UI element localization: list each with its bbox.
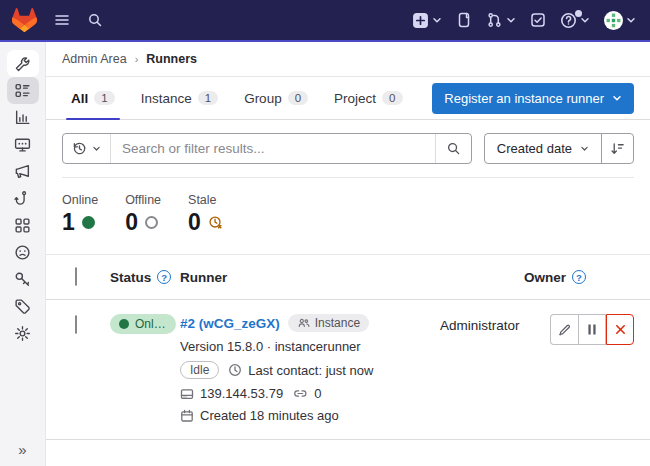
runner-stats: Online 1 Offline 0 Stale 0 — [62, 177, 634, 254]
tabs-row: All 1 Instance 1 Group 0 Project 0 Regis… — [46, 77, 650, 120]
owner-link[interactable]: Administrator — [440, 318, 520, 333]
status-column-header: Status — [110, 270, 151, 285]
bar-chart-icon — [14, 109, 31, 126]
runner-created-text: Created 18 minutes ago — [200, 408, 339, 423]
sidebar-item-analytics[interactable] — [7, 104, 39, 131]
sidebar-item-admin-area[interactable] — [7, 50, 39, 77]
tanuki-icon — [12, 8, 37, 32]
sort-by-label: Created date — [497, 141, 572, 156]
top-navbar — [0, 0, 650, 42]
gitlab-logo[interactable] — [12, 8, 37, 32]
megaphone-icon — [14, 163, 31, 180]
tab-label: Instance — [141, 91, 192, 106]
overview-icon — [14, 82, 31, 99]
runner-link[interactable]: #2 (wCG_zeGX) — [180, 316, 280, 331]
select-all-checkbox[interactable] — [75, 267, 77, 286]
sort-by-dropdown[interactable]: Created date — [485, 134, 601, 163]
tab-label: Project — [334, 91, 376, 106]
runners-table-header: Status ? Runner Owner ? — [46, 254, 650, 300]
todos-button[interactable] — [530, 12, 546, 28]
user-avatar-button[interactable] — [604, 11, 636, 30]
owner-help-icon[interactable]: ? — [572, 270, 586, 284]
stat-label: Online — [62, 193, 98, 207]
stat-offline: Offline 0 — [125, 193, 161, 234]
owner-column-header: Owner — [524, 270, 566, 285]
chevron-down-icon — [580, 145, 589, 152]
search-icon — [446, 141, 461, 156]
issues-button[interactable] — [456, 12, 472, 28]
online-dot-icon — [119, 319, 129, 329]
task-done-icon — [530, 12, 546, 28]
row-checkbox[interactable] — [75, 315, 77, 334]
new-menu-button[interactable] — [412, 12, 442, 29]
sidebar-item-overview[interactable] — [7, 77, 39, 104]
tab-all[interactable]: All 1 — [62, 77, 124, 119]
chevron-down-icon — [506, 16, 516, 24]
search-submit-button[interactable] — [435, 134, 471, 163]
search-input[interactable] — [111, 134, 435, 163]
avatar — [604, 11, 623, 30]
tab-project[interactable]: Project 0 — [325, 77, 411, 119]
sort-descending-icon — [610, 141, 625, 156]
gear-icon — [14, 325, 31, 342]
stat-online: Online 1 — [62, 193, 98, 234]
status-offline-icon — [145, 216, 158, 229]
help-button[interactable] — [560, 12, 590, 29]
register-instance-runner-button[interactable]: Register an instance runner — [432, 83, 634, 114]
breadcrumb: Admin Area › Runners — [46, 42, 650, 77]
chevron-right-icon: › — [135, 53, 139, 65]
tab-count-badge: 1 — [198, 91, 218, 105]
sidebar-item-settings[interactable] — [7, 320, 39, 347]
delete-runner-button[interactable] — [606, 314, 634, 345]
chevron-down-icon — [432, 16, 442, 24]
runner-version-text: Version 15.8.0 · instancerunner — [180, 339, 361, 354]
sidebar-item-applications[interactable] — [7, 212, 39, 239]
tab-label: All — [71, 91, 88, 106]
register-button-label: Register an instance runner — [444, 91, 604, 106]
last-contact-text: Last contact: just now — [248, 363, 373, 378]
idle-badge: Idle — [180, 361, 219, 379]
chevron-double-right-icon: » — [18, 441, 26, 458]
stat-label: Offline — [125, 193, 161, 207]
sidebar-item-abuse-reports[interactable] — [7, 239, 39, 266]
sidebar-collapse-button[interactable]: » — [0, 441, 45, 458]
stat-value: 0 — [188, 211, 201, 234]
stat-label: Stale — [188, 193, 223, 207]
sidebar-item-system-hooks[interactable] — [7, 185, 39, 212]
edit-runner-button[interactable] — [550, 314, 578, 345]
runner-version-line: Version 15.8.0 · instancerunner — [180, 339, 432, 354]
sidebar-item-labels[interactable] — [7, 293, 39, 320]
merge-requests-button[interactable] — [486, 12, 516, 28]
runner-type-label: Instance — [315, 316, 360, 330]
applications-grid-icon — [14, 217, 31, 234]
issues-icon — [456, 12, 472, 28]
sidebar-item-messages[interactable] — [7, 158, 39, 185]
stat-value: 0 — [125, 211, 138, 234]
group-icon — [297, 317, 310, 329]
hamburger-menu-button[interactable] — [54, 12, 70, 28]
breadcrumb-admin-area[interactable]: Admin Area — [62, 52, 127, 66]
calendar-icon — [180, 409, 194, 423]
pause-runner-button[interactable] — [578, 314, 606, 345]
search-history-dropdown[interactable] — [63, 134, 111, 163]
chevron-down-icon — [626, 16, 636, 24]
runner-actions — [550, 314, 634, 345]
tab-instance[interactable]: Instance 1 — [132, 77, 227, 119]
admin-sidebar: » — [0, 42, 46, 466]
chevron-down-icon — [612, 94, 622, 102]
tab-count-badge: 0 — [288, 91, 308, 105]
chevron-down-icon — [92, 145, 101, 152]
sidebar-item-monitoring[interactable] — [7, 131, 39, 158]
hamburger-icon — [54, 12, 70, 28]
sort-direction-button[interactable] — [601, 134, 633, 163]
tab-group[interactable]: Group 0 — [235, 77, 317, 119]
filter-row: Created date — [46, 120, 650, 164]
runner-ip-text: 139.144.53.79 — [200, 386, 283, 401]
sidebar-item-credentials[interactable] — [7, 266, 39, 293]
wrench-icon — [14, 55, 31, 72]
notification-dot — [575, 10, 582, 17]
status-help-icon[interactable]: ? — [157, 270, 171, 284]
monitor-icon — [14, 136, 31, 153]
search-button[interactable] — [87, 12, 103, 28]
status-badge: Online — [110, 314, 176, 334]
